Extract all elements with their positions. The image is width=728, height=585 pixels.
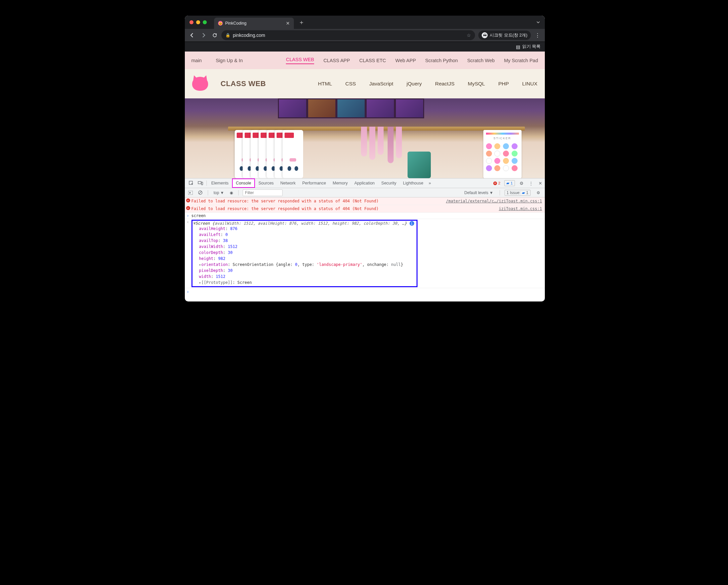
dt-tab-elements[interactable]: Elements xyxy=(208,179,232,188)
browser-menu-button[interactable]: ⋮ xyxy=(535,32,540,38)
prop-row[interactable]: availLeft: 0 xyxy=(199,232,416,238)
devtools-menu-icon[interactable]: ⋮ xyxy=(526,181,536,186)
issues-label: 1 Issue: xyxy=(506,190,521,195)
tab-close-icon[interactable]: ✕ xyxy=(286,21,290,26)
topnav-class-app[interactable]: CLASS APP xyxy=(323,58,350,63)
tab-strip: 🐱 PinkCoding ✕ ＋ xyxy=(214,16,305,29)
live-expression-icon[interactable]: ◉ xyxy=(228,190,234,195)
subnav-css[interactable]: CSS xyxy=(345,81,356,87)
back-button[interactable] xyxy=(187,31,197,40)
prop-row[interactable]: availHeight: 876 xyxy=(199,226,416,232)
info-count-badge[interactable]: ▰1 xyxy=(504,180,515,186)
tabs-dropdown-icon[interactable] xyxy=(536,20,540,24)
dt-tab-application[interactable]: Application xyxy=(351,179,378,188)
toolbar: 🔒 pinkcoding.com ☆ 🕶 시크릿 모드(창 2개) ⋮ xyxy=(185,29,545,42)
object-properties: availHeight: 876 availLeft: 0 availTop: … xyxy=(193,226,416,280)
topnav-web-app[interactable]: Web APP xyxy=(395,58,416,63)
error-source-link[interactable]: iziToast.min.css:1 xyxy=(499,206,542,212)
subnav-php[interactable]: PHP xyxy=(498,81,509,87)
bookmark-star-icon[interactable]: ☆ xyxy=(467,32,471,38)
subnav-mysql[interactable]: MySQL xyxy=(468,81,485,87)
subnav-linux[interactable]: LINUX xyxy=(522,81,538,87)
v-orientation-angle: 0 xyxy=(295,262,297,267)
more-tabs-icon[interactable]: » xyxy=(426,181,433,185)
traffic-lights xyxy=(185,20,207,24)
topnav-main[interactable]: main xyxy=(191,58,202,63)
prop-row[interactable]: availWidth: 1512 xyxy=(199,244,416,249)
prop-row[interactable]: ▸orientation: ScreenOrientation {angle: … xyxy=(199,262,416,268)
dt-tab-console[interactable]: Console xyxy=(232,179,255,188)
topnav-scratch-web[interactable]: Scratch Web xyxy=(467,58,495,63)
prop-row[interactable]: pixelDepth: 30 xyxy=(199,268,416,273)
topnav-left: main Sign Up & In xyxy=(191,58,243,63)
v-availTop: 38 xyxy=(223,238,228,243)
dt-tab-security[interactable]: Security xyxy=(378,179,399,188)
dt-tab-performance[interactable]: Performance xyxy=(299,179,330,188)
device-toggle-icon[interactable] xyxy=(196,181,205,185)
reading-list-button[interactable]: ▤ 읽기 목록 xyxy=(516,44,541,50)
topnav-signup[interactable]: Sign Up & In xyxy=(216,58,243,63)
prop-row[interactable]: colorDepth: 30 xyxy=(199,249,416,256)
dt-tab-lighthouse[interactable]: Lighthouse xyxy=(399,179,426,188)
devtools-close-icon[interactable]: ✕ xyxy=(536,181,545,186)
dt-tab-sources[interactable]: Sources xyxy=(255,179,277,188)
error-source-link[interactable]: /material/external/c…/iziToast.min.css:1 xyxy=(446,198,542,204)
object-summary[interactable]: ▼Screen {availWidth: 1512, availHeight: … xyxy=(193,221,416,226)
console-sidebar-toggle-icon[interactable] xyxy=(187,191,194,195)
forward-button[interactable] xyxy=(199,31,208,40)
inspect-icon[interactable] xyxy=(187,181,196,186)
console-result: ▼Screen {availWidth: 1512, availHeight: … xyxy=(185,219,545,288)
v-orientation-typeval: 'landscape-primary' xyxy=(317,262,362,267)
topnav-scratch-pad[interactable]: My Scratch Pad xyxy=(504,58,538,63)
reload-button[interactable] xyxy=(210,31,219,40)
error-count-badge[interactable]: ✕2 xyxy=(491,181,502,185)
address-bar[interactable]: 🔒 pinkcoding.com ☆ xyxy=(222,30,475,40)
info-count: 1 xyxy=(511,181,513,185)
v-availWidth: 1512 xyxy=(228,244,237,249)
topnav-scratch-python[interactable]: Scratch Python xyxy=(425,58,458,63)
window-close-button[interactable] xyxy=(189,20,193,24)
console-error-line[interactable]: ✕ Failed to load resource: the server re… xyxy=(185,205,545,213)
subnav-jquery[interactable]: jQuery xyxy=(407,81,422,87)
reading-list-icon: ▤ xyxy=(516,44,520,50)
info-icon[interactable]: i xyxy=(410,221,414,226)
dt-tab-network[interactable]: Network xyxy=(277,179,299,188)
site-topnav: main Sign Up & In CLASS WEB CLASS APP CL… xyxy=(185,52,545,69)
dt-tab-memory[interactable]: Memory xyxy=(330,179,351,188)
obj-type: Screen xyxy=(196,221,210,226)
issues-badge[interactable]: 1 Issue: ▰ 1 xyxy=(504,190,530,196)
console-filter-input[interactable] xyxy=(243,189,283,196)
prop-row[interactable]: width: 1512 xyxy=(199,273,416,280)
prop-row[interactable]: height: 982 xyxy=(199,256,416,262)
console-prompt[interactable] xyxy=(185,288,545,291)
devtools: Elements Console Sources Network Perform… xyxy=(185,178,545,291)
topnav-class-web[interactable]: CLASS WEB xyxy=(286,57,314,64)
prop-row[interactable]: availTop: 38 xyxy=(199,238,416,244)
topnav-class-etc[interactable]: CLASS ETC xyxy=(359,58,386,63)
subnav-reactjs[interactable]: ReactJS xyxy=(435,81,455,87)
svg-rect-2 xyxy=(202,182,203,185)
page-content: main Sign Up & In CLASS WEB CLASS APP CL… xyxy=(185,52,545,178)
prop-row[interactable]: ▸[[Prototype]]: Screen xyxy=(193,280,416,286)
incognito-badge[interactable]: 🕶 시크릿 모드(창 2개) xyxy=(478,31,530,40)
window-maximize-button[interactable] xyxy=(203,20,207,24)
clear-console-icon[interactable] xyxy=(197,190,204,195)
window-minimize-button[interactable] xyxy=(196,20,200,24)
subnav-html[interactable]: HTML xyxy=(318,81,332,87)
input-text: screen xyxy=(191,213,206,218)
devtools-settings-icon[interactable]: ⚙ xyxy=(517,181,526,186)
v-height: 982 xyxy=(218,256,225,261)
h-width: 1512 xyxy=(318,221,328,226)
site-logo-icon[interactable] xyxy=(192,77,208,91)
browser-tab[interactable]: 🐱 PinkCoding ✕ xyxy=(214,18,294,29)
browser-window: 🐱 PinkCoding ✕ ＋ 🔒 pinkcoding.com ☆ 🕶 시크 xyxy=(185,16,545,301)
context-selector[interactable]: top ▼ xyxy=(212,190,226,196)
log-levels-selector[interactable]: Default levels ▼ xyxy=(463,190,495,196)
tab-title: PinkCoding xyxy=(225,21,246,26)
error-icon: ✕ xyxy=(186,198,190,203)
console-settings-icon[interactable]: ⚙ xyxy=(534,190,543,195)
console-error-line[interactable]: ✕ Failed to load resource: the server re… xyxy=(185,197,545,205)
new-tab-button[interactable]: ＋ xyxy=(298,18,305,26)
error-message: Failed to load resource: the server resp… xyxy=(191,198,379,204)
subnav-javascript[interactable]: JavaScript xyxy=(369,81,393,87)
